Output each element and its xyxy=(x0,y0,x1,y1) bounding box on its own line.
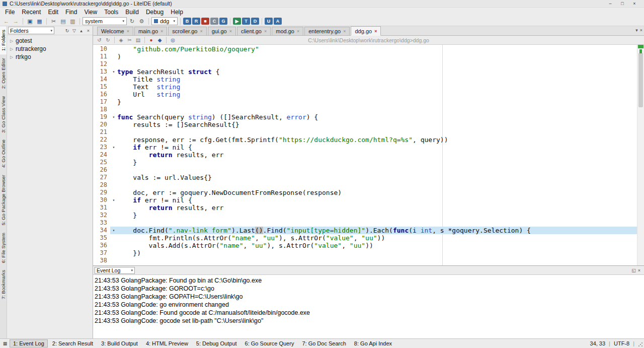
code-line-38[interactable]: 38 xyxy=(93,257,637,264)
code-line-21[interactable]: 21 xyxy=(93,128,637,136)
tab-close-icon[interactable]: × xyxy=(229,29,232,34)
code-line-29[interactable]: 29 doc, err := goquery.NewDocumentFromRe… xyxy=(93,189,637,196)
code-line-35[interactable]: 35 fmt.Println(s.AttrOr("name", "uu"), s… xyxy=(93,234,637,242)
code-editor[interactable]: 10 "github.com/PuerkitoBio/goquery"11)12… xyxy=(93,45,644,265)
build-file-icon[interactable]: ◆ xyxy=(156,36,164,44)
maximize-icon[interactable]: □ xyxy=(619,1,625,6)
statusbar-panel-5[interactable]: 5: Debug Output xyxy=(193,339,240,347)
tab-scroller.go[interactable]: scroller.go× xyxy=(168,27,206,35)
statusbar-panel-8[interactable]: 8: Go Api Index xyxy=(351,339,395,347)
copy-icon[interactable]: ▤ xyxy=(134,36,142,44)
save-icon[interactable]: ▣ xyxy=(26,17,34,25)
tab-mod.go[interactable]: mod.go× xyxy=(272,27,303,35)
lock-icon[interactable]: ◈ xyxy=(117,36,125,44)
code-line-18[interactable]: 18 xyxy=(93,106,637,113)
api-icon[interactable]: A xyxy=(274,18,282,25)
editor-scrollbar[interactable] xyxy=(637,45,644,265)
fold-marker-icon[interactable]: ▾ xyxy=(110,68,117,76)
tree-item-rutrackergo[interactable]: ▷rutrackergo xyxy=(7,45,93,53)
statusbar-panel-6[interactable]: 6: Go Source Query xyxy=(242,339,298,347)
cut-icon[interactable]: ✂ xyxy=(49,17,58,25)
code-line-32[interactable]: 32 } xyxy=(93,212,637,219)
undo-icon[interactable]: ↺ xyxy=(96,36,103,44)
code-line-10[interactable]: 10 "github.com/PuerkitoBio/goquery" xyxy=(93,45,637,53)
copy-icon[interactable]: ▤ xyxy=(59,17,67,25)
fold-marker-icon[interactable]: ▾ xyxy=(110,227,117,234)
save-all-icon[interactable]: ▦ xyxy=(35,17,44,25)
build-icon[interactable]: B xyxy=(183,18,191,25)
code-line-36[interactable]: 36 vals.Add(s.AttrOr("name", "uu"), s.At… xyxy=(93,242,637,249)
float-panel-icon[interactable]: ◱ xyxy=(631,268,636,273)
statusbar-panel-7[interactable]: 7: Go Doc Search xyxy=(298,339,349,347)
minimize-icon[interactable]: – xyxy=(607,1,613,6)
redo-icon[interactable]: ↻ xyxy=(104,36,112,44)
statusbar-panel-4[interactable]: 4: HTML Preview xyxy=(142,339,192,347)
tab-gui.go[interactable]: gui.go× xyxy=(208,27,236,35)
tab-close-icon[interactable]: × xyxy=(264,29,267,34)
menu-view[interactable]: View xyxy=(80,8,101,17)
code-line-16[interactable]: 16 Url string xyxy=(93,91,637,98)
code-line-30[interactable]: 30▾ if err != nil { xyxy=(93,196,637,204)
tab-close-icon[interactable]: × xyxy=(343,29,346,34)
code-line-13[interactable]: 13▾type SearchResult struct { xyxy=(93,68,637,76)
collapse-all-icon[interactable]: ▴ xyxy=(78,27,85,34)
panel-toggle-icon[interactable]: ▦ xyxy=(2,340,9,347)
close-pane-icon[interactable]: × xyxy=(85,27,92,34)
tab-close-icon[interactable]: × xyxy=(297,29,299,34)
tab-enterentry.go[interactable]: enterentry.go× xyxy=(304,27,350,35)
code-line-11[interactable]: 11) xyxy=(93,53,637,60)
tab-main.go[interactable]: main.go× xyxy=(134,27,167,35)
code-line-26[interactable]: 26 xyxy=(93,166,637,174)
code-line-22[interactable]: 22 response, err := cfg.Get(fmt.Sprintf(… xyxy=(93,136,637,144)
run-icon[interactable]: ▶ xyxy=(233,18,241,25)
debug-icon[interactable]: D xyxy=(251,18,259,25)
menu-help[interactable]: Help xyxy=(167,8,187,17)
output-selector-combo[interactable]: Event Log ▾ xyxy=(95,267,135,274)
clean-icon[interactable]: C xyxy=(210,18,218,25)
code-line-33[interactable]: 33 xyxy=(93,219,637,227)
resize-grip[interactable] xyxy=(638,342,643,347)
code-line-17[interactable]: 17} xyxy=(93,98,637,106)
grep-icon[interactable]: ◎ xyxy=(169,36,177,44)
tab-close-icon[interactable]: × xyxy=(200,29,202,34)
menu-build[interactable]: Build xyxy=(122,8,142,17)
build-run-icon[interactable]: R xyxy=(192,18,200,25)
tab-list-icon[interactable]: ▾ xyxy=(635,28,638,33)
expand-arrow-icon[interactable]: ▷ xyxy=(10,39,14,43)
code-line-31[interactable]: 31 return results, err xyxy=(93,204,637,212)
code-line-14[interactable]: 14 Title string xyxy=(93,76,637,83)
menu-debug[interactable]: Debug xyxy=(142,8,167,17)
menu-edit[interactable]: Edit xyxy=(44,8,62,17)
reload-env-icon[interactable]: ↻ xyxy=(128,17,136,25)
paste-icon[interactable]: ▥ xyxy=(68,17,77,25)
fold-marker-icon[interactable]: ▾ xyxy=(110,144,117,151)
code-line-19[interactable]: 19▾func Search(query string) ([]SearchRe… xyxy=(93,113,637,121)
forward-icon[interactable]: → xyxy=(12,17,20,25)
side-tab-5[interactable]: 5: Go Package Browser xyxy=(0,171,7,229)
code-line-23[interactable]: 23▾ if err != nil { xyxy=(93,144,637,151)
godoc-icon[interactable]: U xyxy=(265,18,273,25)
back-icon[interactable]: ← xyxy=(2,17,11,25)
pane-selector-combo[interactable]: Folders ▾ xyxy=(8,27,54,34)
code-line-24[interactable]: 24 return results, err xyxy=(93,151,637,159)
code-line-28[interactable]: 28 xyxy=(93,181,637,189)
get-icon[interactable]: G xyxy=(219,18,227,25)
tree-item-rtrkgo[interactable]: ▷rtrkgo xyxy=(7,53,93,61)
side-tab-7[interactable]: 7: Bookmarks xyxy=(0,266,7,303)
code-line-20[interactable]: 20 results := []SearchResult{} xyxy=(93,121,637,128)
tab-Welcome[interactable]: Welcome× xyxy=(97,27,133,35)
code-line-27[interactable]: 27 vals := url.Values{} xyxy=(93,174,637,181)
sync-icon[interactable]: ↻ xyxy=(64,27,70,34)
scrollbar-thumb[interactable] xyxy=(638,53,643,107)
stop-icon[interactable]: ■ xyxy=(201,18,209,25)
statusbar-panel-1[interactable]: 1: Event Log xyxy=(10,339,48,347)
side-tab-3[interactable]: 3: Go Class View xyxy=(0,93,7,136)
cut-icon[interactable]: ✂ xyxy=(126,36,133,44)
side-tab-4[interactable]: 4: Go Outline xyxy=(0,136,7,171)
tab-close-icon[interactable]: × xyxy=(160,29,163,34)
statusbar-panel-3[interactable]: 3: Build Output xyxy=(98,339,141,347)
event-log-output[interactable]: 21:43:53 GolangPackage: Found go bin at … xyxy=(93,274,644,338)
filter-icon[interactable]: ▽ xyxy=(71,27,77,34)
statusbar-panel-2[interactable]: 2: Search Result xyxy=(49,339,97,347)
menu-recent[interactable]: Recent xyxy=(18,8,44,17)
